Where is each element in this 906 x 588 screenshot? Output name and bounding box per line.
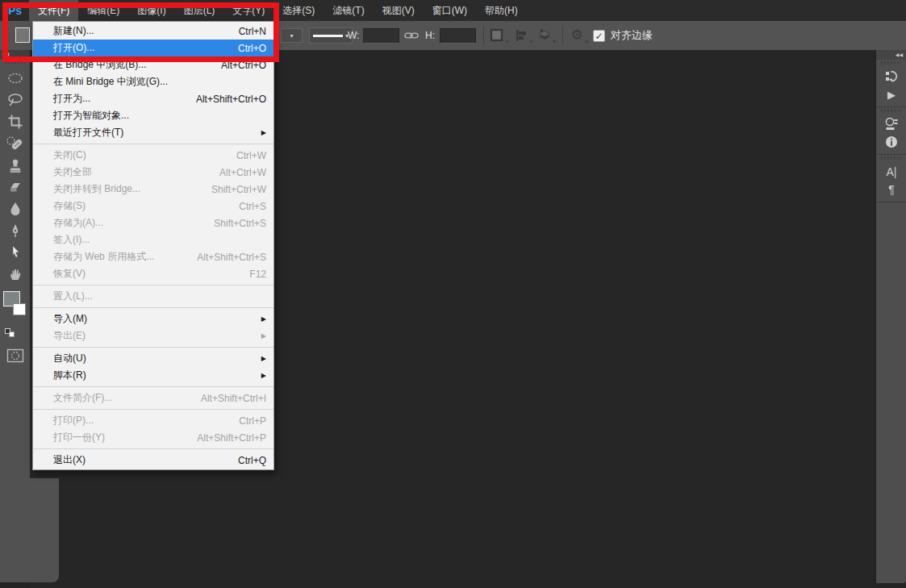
stroke-style-dropdown[interactable]: ▾ — [309, 27, 353, 44]
menu-item-label: 恢复(V) — [53, 267, 249, 281]
blur-icon[interactable] — [0, 198, 30, 219]
menu-item: 打印(P)...Ctrl+P — [33, 412, 273, 429]
menu-item-label: 退出(X) — [53, 453, 238, 467]
menu-item-label: 关闭并转到 Bridge... — [53, 182, 211, 196]
menu-item-label: 打印一份(Y) — [53, 431, 197, 444]
chevron-down-icon: ▾ — [505, 39, 508, 45]
menubar-item-5[interactable]: 选择(S) — [273, 0, 324, 21]
menubar-item-6[interactable]: 滤镜(T) — [324, 0, 373, 21]
tool-preset-dropdown[interactable]: ▾ — [281, 28, 303, 43]
menu-item: 存储为 Web 所用格式...Alt+Shift+Ctrl+S — [33, 248, 273, 265]
annotation-highlight-box — [2, 2, 279, 62]
width-label: W: — [348, 21, 359, 50]
menu-item-label: 自动(U) — [53, 352, 257, 365]
file-menu-dropdown: 新建(N)...Ctrl+N打开(O)...Ctrl+O在 Bridge 中浏览… — [32, 21, 274, 470]
menu-item-label: 打印(P)... — [53, 414, 239, 427]
eraser-icon[interactable] — [0, 176, 30, 198]
healing-brush-icon[interactable] — [0, 132, 30, 154]
menu-item: 关闭并转到 Bridge...Shift+Ctrl+W — [33, 181, 273, 198]
submenu-arrow-icon: ▶ — [260, 332, 266, 340]
menu-item-label: 导出(E) — [53, 329, 257, 343]
crop-icon[interactable] — [0, 111, 30, 132]
menubar-item-9[interactable]: 帮助(H) — [476, 0, 527, 21]
info-panel-icon[interactable] — [876, 133, 906, 151]
menu-item: 置入(L)... — [33, 288, 273, 305]
menu-item-shortcut: Alt+Shift+Ctrl+O — [196, 94, 266, 105]
character-panel-icon[interactable]: A| — [876, 163, 906, 181]
menu-item-shortcut: Ctrl+S — [239, 201, 266, 212]
menu-item-label: 关闭全部 — [53, 165, 219, 179]
actions-panel-icon[interactable]: ▶ — [876, 85, 906, 103]
menu-item[interactable]: 自动(U)▶ — [33, 350, 273, 367]
pen-icon[interactable] — [0, 219, 30, 241]
menu-item-shortcut: Shift+Ctrl+W — [211, 184, 266, 195]
menu-item-label: 最近打开文件(T) — [53, 126, 257, 140]
3d-panel-icon[interactable] — [876, 115, 906, 133]
panel-grip[interactable] — [881, 109, 901, 112]
menu-item[interactable]: 打开为...Alt+Shift+Ctrl+O — [33, 90, 273, 107]
submenu-arrow-icon: ▶ — [260, 129, 266, 136]
menu-item: 签入(I)... — [33, 231, 273, 248]
menu-item-label: 脚本(R) — [53, 369, 257, 382]
width-input[interactable] — [363, 28, 399, 44]
menu-item[interactable]: 在 Mini Bridge 中浏览(G)... — [33, 73, 273, 90]
color-swatches — [0, 290, 30, 327]
stroke-line-icon — [313, 35, 343, 37]
chevron-down-icon: ▾ — [529, 39, 532, 45]
menu-item-shortcut: Ctrl+W — [236, 150, 266, 161]
menu-separator — [33, 285, 273, 286]
path-selection-icon[interactable] — [0, 241, 30, 263]
menubar-item-8[interactable]: 窗口(W) — [424, 0, 476, 21]
menu-item[interactable]: 导入(M)▶ — [33, 311, 273, 327]
dock-group-2: A|¶ — [876, 156, 906, 202]
menu-item-label: 文件简介(F)... — [53, 391, 201, 405]
height-input[interactable] — [440, 28, 476, 44]
menu-item-shortcut: Alt+Ctrl+W — [219, 167, 266, 178]
options-separator — [562, 26, 563, 45]
align-icon[interactable]: ▾ — [511, 27, 531, 44]
submenu-arrow-icon: ▶ — [260, 355, 266, 362]
gear-icon[interactable]: ⚙ ▾ — [567, 27, 587, 44]
menu-item-shortcut: Shift+Ctrl+S — [214, 218, 266, 229]
menu-item-label: 存储(S) — [53, 199, 239, 213]
menu-item-label: 打开为... — [53, 92, 196, 106]
clone-stamp-icon[interactable] — [0, 154, 30, 176]
panel-grip[interactable] — [881, 156, 901, 160]
paragraph-panel-icon[interactable]: ¶ — [876, 181, 906, 198]
tools-panel: ◀◀ — [0, 50, 30, 582]
right-panel-dock: ◀◀ ▶A|¶ — [875, 50, 906, 583]
menu-separator — [33, 307, 273, 308]
lasso-icon[interactable] — [0, 89, 30, 111]
menu-item[interactable]: 打开为智能对象... — [33, 107, 273, 124]
background-color-swatch[interactable] — [13, 303, 26, 315]
menu-separator — [33, 386, 273, 387]
menu-item: 导出(E)▶ — [33, 327, 273, 344]
dock-header[interactable]: ◀◀ — [876, 50, 906, 60]
menu-item-label: 关闭(C) — [53, 148, 236, 162]
chevron-down-icon: ▾ — [585, 39, 588, 45]
quick-mask-button[interactable] — [0, 346, 30, 365]
submenu-arrow-icon: ▶ — [260, 315, 266, 323]
options-separator — [483, 26, 484, 45]
default-colors-icon[interactable] — [0, 327, 30, 340]
hand-icon[interactable] — [0, 263, 30, 285]
menu-item[interactable]: 退出(X)Ctrl+Q — [33, 452, 273, 469]
panel-grip[interactable] — [881, 61, 901, 65]
layer-arrange-icon[interactable]: ▾ — [535, 27, 554, 44]
menu-item: 存储(S)Ctrl+S — [33, 198, 273, 215]
expand-panels-icon: ◀◀ — [896, 52, 903, 57]
snap-edges-checkbox[interactable]: ✓ — [593, 30, 605, 42]
history-panel-icon[interactable] — [876, 68, 906, 85]
menu-item-label: 存储为 Web 所用格式... — [53, 250, 197, 264]
dock-group-0: ▶ — [876, 61, 906, 107]
shape-mode-icon[interactable]: ▾ — [487, 27, 507, 44]
menu-item: 存储为(A)...Shift+Ctrl+S — [33, 215, 273, 231]
menu-item[interactable]: 脚本(R)▶ — [33, 367, 273, 384]
menu-item-shortcut: F12 — [249, 269, 266, 280]
submenu-arrow-icon: ▶ — [260, 372, 266, 379]
dock-groups: ▶A|¶ — [876, 61, 906, 202]
elliptical-marquee-icon[interactable] — [0, 67, 30, 89]
menu-item[interactable]: 最近打开文件(T)▶ — [33, 124, 273, 141]
link-dimensions-icon[interactable] — [402, 27, 421, 44]
menubar-item-7[interactable]: 视图(V) — [374, 0, 424, 21]
